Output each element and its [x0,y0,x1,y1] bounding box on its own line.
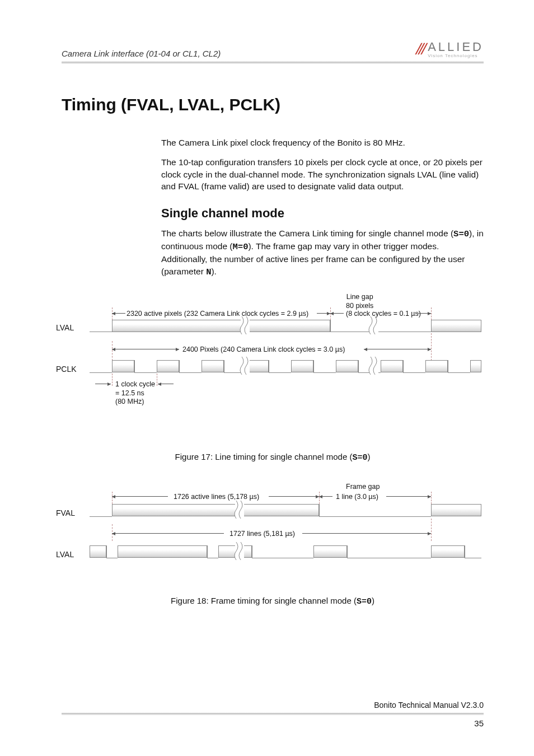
line-gap-label: Line gap 80 pixels [346,293,373,310]
logo-main-text: ALLIED [428,41,484,53]
fval-signal-label: FVAL [56,508,75,517]
header-section-title: Camera Link interface (01-04 or CL1, CL2… [62,49,221,58]
intro-paragraph-1: The Camera Link pixel clock frequency of… [161,137,484,148]
header-rule [62,62,484,64]
lval-signal-label-2: LVAL [56,550,74,559]
subsection-title: Single channel mode [161,206,484,221]
figure-17-caption: Figure 17: Line timing for single channe… [62,452,484,463]
total-lines-label: 1727 lines (5,181 µs) [229,530,295,539]
frame-gap-label: Frame gap [346,483,380,492]
intro-paragraph-2: The 10-tap configuration transfers 10 pi… [161,156,484,192]
active-lines-label: 1726 active lines (5,178 µs) [174,493,259,502]
active-pixels-label: 2320 active pixels (232 Camera Link cloc… [127,310,308,319]
pclk-signal-label: PCLK [56,365,77,374]
figure-18-caption: Figure 18: Frame timing for single chann… [62,596,484,606]
logo-sub-text: Vision Technologies [428,54,484,58]
footer-manual-version: Bonito Technical Manual V2.3.0 [62,701,484,710]
figure-18-frame-timing: Frame gap 1726 active lines (5,178 µs) 1… [62,494,484,589]
footer-rule [62,713,484,715]
figure-17-line-timing: Line gap 80 pixels 2320 active pixels (2… [62,311,484,445]
footer-page-number: 35 [62,718,484,728]
total-pixels-label: 2400 Pixels (240 Camera Link clock cycle… [182,346,345,354]
logo-strokes-icon: /// [414,40,427,58]
brand-logo: /// ALLIED Vision Technologies [416,40,484,58]
subsection-paragraph: The charts below illustrate the Camera L… [161,227,484,279]
clock-cycle-label: 1 clock cycle = 12.5 ns (80 MHz) [115,380,155,407]
line-gap-cycles-label: (8 clock cycles = 0.1 µs) [346,310,421,319]
page-title: Timing (FVAL, LVAL, PCLK) [62,95,484,114]
frame-gap-duration-label: 1 line (3.0 µs) [336,493,378,502]
lval-signal-label: LVAL [56,323,74,332]
